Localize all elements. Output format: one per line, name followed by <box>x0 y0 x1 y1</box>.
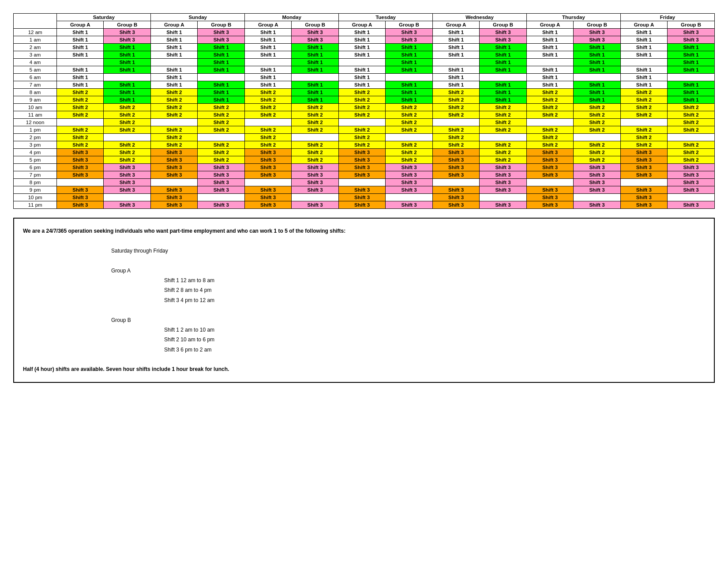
cell: Shift 2 <box>574 119 621 126</box>
cell: Shift 1 <box>433 81 480 89</box>
cell: Shift 2 <box>667 141 714 149</box>
cell: Shift 2 <box>57 111 104 119</box>
cell: Shift 3 <box>339 194 386 201</box>
cell: Shift 1 <box>480 81 527 89</box>
cell: Shift 1 <box>620 36 667 44</box>
cell: Shift 3 <box>57 149 104 156</box>
cell: Shift 3 <box>667 186 714 194</box>
cell: Shift 1 <box>386 51 433 59</box>
cell: Shift 2 <box>620 134 667 141</box>
cell <box>526 59 573 66</box>
cell: Shift 1 <box>574 96 621 104</box>
cell <box>245 179 292 186</box>
cell: Shift 3 <box>151 186 198 194</box>
mon-gb: Group B <box>292 21 339 29</box>
cell: Shift 3 <box>667 29 714 36</box>
cell: Shift 2 <box>339 141 386 149</box>
cell: Shift 1 <box>526 66 573 74</box>
cell: Shift 1 <box>386 81 433 89</box>
cell: Shift 2 <box>480 149 527 156</box>
wed-ga: Group A <box>433 21 480 29</box>
cell: Shift 1 <box>386 66 433 74</box>
cell: Shift 2 <box>433 126 480 134</box>
cell: Shift 1 <box>198 51 245 59</box>
cell: Shift 2 <box>433 111 480 119</box>
cell: Shift 1 <box>245 66 292 74</box>
cell: Shift 3 <box>151 201 198 209</box>
cell <box>339 119 386 126</box>
cell <box>57 119 104 126</box>
cell: Shift 3 <box>339 186 386 194</box>
cell: Shift 3 <box>620 149 667 156</box>
time-label: 4 pm <box>14 149 57 156</box>
cell: Shift 3 <box>292 164 339 171</box>
cell: Shift 3 <box>526 194 573 201</box>
cell: Shift 1 <box>339 44 386 51</box>
cell: Shift 2 <box>339 126 386 134</box>
cell: Shift 2 <box>620 111 667 119</box>
cell <box>292 134 339 141</box>
cell: Shift 2 <box>433 141 480 149</box>
cell: Shift 3 <box>104 201 151 209</box>
cell: Shift 1 <box>339 74 386 81</box>
cell: Shift 1 <box>245 36 292 44</box>
cell: Shift 1 <box>667 59 714 66</box>
cell: Shift 1 <box>292 81 339 89</box>
info-group-a-header: Group A <box>111 266 705 275</box>
cell: Shift 3 <box>667 171 714 179</box>
table-row: 3 am Shift 1 Shift 1 Shift 1 Shift 1 Shi… <box>14 51 715 59</box>
table-row: 5 am Shift 1 Shift 1 Shift 1 Shift 1 Shi… <box>14 66 715 74</box>
cell <box>339 179 386 186</box>
cell: Shift 1 <box>292 89 339 96</box>
cell: Shift 1 <box>433 66 480 74</box>
sat-ga: Group A <box>57 21 104 29</box>
info-line1: We are a 24/7/365 operation seeking indi… <box>23 227 705 235</box>
cell: Shift 3 <box>433 194 480 201</box>
cell: Shift 2 <box>245 134 292 141</box>
time-label: 6 pm <box>14 164 57 171</box>
cell: Shift 3 <box>667 36 714 44</box>
cell: Shift 2 <box>480 119 527 126</box>
cell: Shift 2 <box>386 156 433 164</box>
sunday-header: Sunday <box>151 14 245 21</box>
cell: Shift 3 <box>480 171 527 179</box>
cell: Shift 1 <box>526 36 573 44</box>
cell: Shift 3 <box>245 171 292 179</box>
cell <box>620 59 667 66</box>
cell: Shift 2 <box>104 119 151 126</box>
cell: Shift 1 <box>198 89 245 96</box>
thu-gb: Group B <box>574 21 621 29</box>
cell: Shift 3 <box>574 36 621 44</box>
cell <box>667 134 714 141</box>
cell: Shift 1 <box>574 51 621 59</box>
cell: Shift 1 <box>57 36 104 44</box>
cell: Shift 3 <box>386 36 433 44</box>
cell: Shift 1 <box>104 96 151 104</box>
cell: Shift 1 <box>574 44 621 51</box>
cell: Shift 1 <box>292 96 339 104</box>
cell <box>667 74 714 81</box>
cell: Shift 1 <box>620 74 667 81</box>
cell: Shift 2 <box>526 134 573 141</box>
cell: Shift 1 <box>574 81 621 89</box>
table-row: 8 pm Shift 3 Shift 3 Shift 3 Shift 3 Shi… <box>14 179 715 186</box>
cell: Shift 1 <box>386 89 433 96</box>
cell: Shift 2 <box>198 119 245 126</box>
table-row: 4 am Shift 1 Shift 1 Shift 1 Shift 1 Shi… <box>14 59 715 66</box>
cell <box>104 194 151 201</box>
cell: Shift 2 <box>386 149 433 156</box>
cell: Shift 1 <box>151 51 198 59</box>
time-label: 11 pm <box>14 201 57 209</box>
table-row: 8 am Shift 2 Shift 1 Shift 2 Shift 1 Shi… <box>14 89 715 96</box>
cell: Shift 1 <box>57 29 104 36</box>
table-row: 12 noon Shift 2 Shift 2 Shift 2 Shift 2 … <box>14 119 715 126</box>
info-shift-a2: Shift 2 8 am to 4 pm <box>164 286 705 295</box>
cell: Shift 2 <box>667 111 714 119</box>
table-row: 4 pm Shift 3 Shift 2 Shift 3 Shift 2 Shi… <box>14 149 715 156</box>
info-shift-a1: Shift 1 12 am to 8 am <box>164 276 705 285</box>
cell: Shift 3 <box>620 164 667 171</box>
cell: Shift 2 <box>667 119 714 126</box>
cell: Shift 1 <box>574 66 621 74</box>
cell: Shift 1 <box>526 44 573 51</box>
time-label: 12 am <box>14 29 57 36</box>
